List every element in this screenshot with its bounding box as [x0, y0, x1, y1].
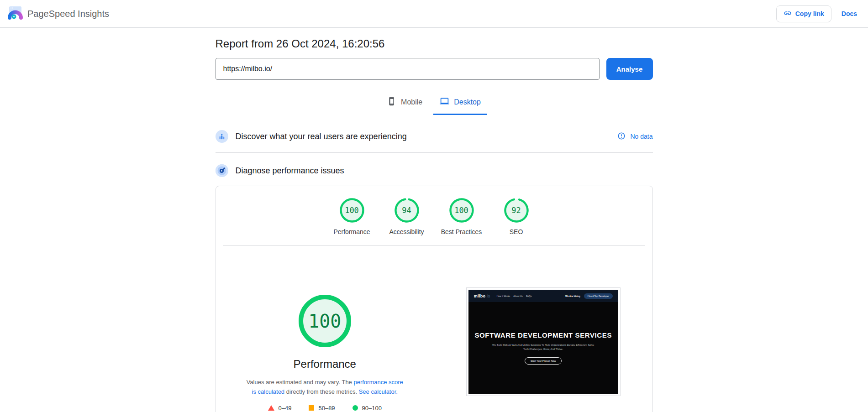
app-title: PageSpeed Insights	[27, 9, 109, 19]
docs-link[interactable]: Docs	[842, 10, 857, 17]
app-header: PageSpeed Insights Copy link Docs	[0, 0, 868, 28]
copy-link-button[interactable]: Copy link	[776, 5, 831, 22]
fail-range-label: 0–49	[279, 405, 292, 412]
url-input[interactable]	[216, 58, 600, 80]
big-performance-gauge: 100	[298, 294, 352, 348]
main-content: Report from 26 Oct 2024, 16:20:56 Analys…	[216, 37, 653, 412]
legend-item-pass: 90–100	[352, 405, 382, 412]
no-data-status[interactable]: No data	[617, 132, 652, 141]
accessibility-score-value: 94	[394, 198, 420, 223]
score-item-seo[interactable]: 92 SEO	[496, 198, 537, 235]
tab-mobile[interactable]: Mobile	[381, 94, 429, 115]
info-icon	[617, 132, 626, 141]
legend-item-average: 50–89	[309, 405, 335, 412]
big-gauge-title: Performance	[294, 358, 356, 370]
performance-score-label: Performance	[331, 228, 373, 235]
category-scores-row: 100 Performance 94 Accessibility	[216, 186, 652, 235]
best-practices-score-label: Best Practices	[441, 228, 482, 235]
disclaimer-text-2: directly from these metrics.	[284, 388, 359, 395]
thumbnail-hero-cta: Start Your Project Now	[525, 357, 562, 365]
mobile-phone-icon	[387, 97, 396, 108]
device-tabs: Mobile Desktop	[216, 94, 653, 115]
best-practices-score-value: 100	[449, 198, 474, 223]
tab-mobile-label: Mobile	[401, 98, 422, 106]
thumbnail-headline: SOFTWARE DEVELOPMENT SERVICES	[475, 331, 612, 339]
average-range-label: 50–89	[318, 405, 335, 412]
best-practices-gauge: 100	[449, 198, 474, 223]
disclaimer-text-1: Values are estimated and may vary. The	[247, 379, 354, 386]
seo-score-label: SEO	[496, 228, 537, 235]
report-card: 100 Performance 94 Accessibility	[216, 186, 653, 412]
performance-score-value: 100	[339, 198, 365, 223]
link-icon	[784, 9, 792, 19]
performance-gauge: 100	[339, 198, 365, 223]
pass-range-label: 90–100	[362, 405, 382, 412]
average-square-icon	[309, 405, 314, 411]
score-disclaimer: Values are estimated and may vary. The p…	[245, 378, 404, 397]
performance-detail-section: 100 Performance Values are estimated and…	[216, 246, 652, 412]
thumbnail-site: milbo.io How It Works About Us FAQs We A…	[468, 290, 618, 394]
page-screenshot-thumbnail[interactable]: milbo.io How It Works About Us FAQs We A…	[466, 287, 621, 396]
url-search-row: Analyse	[216, 58, 653, 80]
crux-section-title: Discover what your real users are experi…	[236, 132, 407, 141]
score-item-performance[interactable]: 100 Performance	[331, 198, 373, 235]
accessibility-score-label: Accessibility	[386, 228, 427, 235]
report-title: Report from 26 Oct 2024, 16:20:56	[216, 37, 653, 50]
diagnose-section-title: Diagnose performance issues	[236, 166, 344, 176]
score-item-best-practices[interactable]: 100 Best Practices	[441, 198, 482, 235]
score-range-legend: 0–49 50–89 90–100	[268, 405, 382, 412]
diagnose-section-header: Diagnose performance issues	[216, 164, 653, 177]
desktop-laptop-icon	[440, 96, 449, 108]
pagespeed-logo-icon	[7, 5, 23, 22]
fail-triangle-icon	[268, 405, 274, 411]
real-users-icon	[216, 130, 228, 143]
copy-link-label: Copy link	[795, 10, 824, 17]
seo-gauge: 92	[504, 198, 529, 223]
accessibility-gauge: 94	[394, 198, 420, 223]
crux-section-header: Discover what your real users are experi…	[216, 130, 653, 153]
tab-desktop[interactable]: Desktop	[433, 94, 487, 115]
big-gauge-score-value: 100	[298, 294, 352, 348]
tab-desktop-label: Desktop	[454, 98, 481, 106]
legend-item-fail: 0–49	[268, 405, 292, 412]
screenshot-pane: milbo.io How It Works About Us FAQs We A…	[434, 246, 652, 412]
score-item-accessibility[interactable]: 94 Accessibility	[386, 198, 427, 235]
thumbnail-subtext: We Build Robust Web And Mobile Solutions…	[489, 343, 597, 352]
pass-circle-icon	[352, 405, 358, 411]
no-data-label: No data	[630, 133, 652, 140]
see-calculator-link[interactable]: See calculator.	[359, 388, 398, 395]
seo-score-value: 92	[504, 198, 529, 223]
diagnose-gauge-icon	[216, 164, 228, 177]
analyse-button[interactable]: Analyse	[606, 58, 653, 80]
big-gauge-pane: 100 Performance Values are estimated and…	[216, 246, 434, 412]
thumbnail-hero: SOFTWARE DEVELOPMENT SERVICES We Build R…	[468, 288, 618, 394]
brand[interactable]: PageSpeed Insights	[7, 5, 109, 22]
